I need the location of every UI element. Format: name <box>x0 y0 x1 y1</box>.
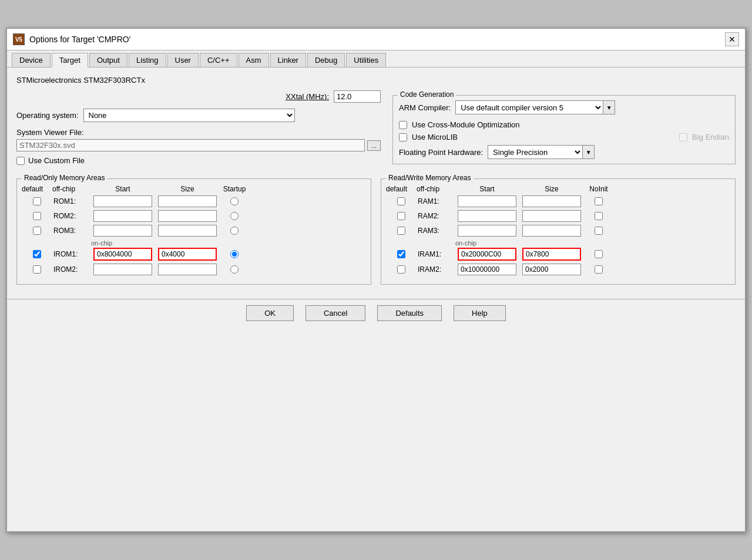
irom2-default-checkbox[interactable] <box>33 265 41 274</box>
rom3-label: ROM3: <box>52 227 90 235</box>
ram-hdr-offchip: off-chip <box>417 185 455 193</box>
defaults-button[interactable]: Defaults <box>377 305 442 321</box>
fp-select-wrapper: Single Precision ▼ <box>488 145 595 159</box>
tab-debug[interactable]: Debug <box>307 53 345 67</box>
xtal-input[interactable] <box>334 90 381 103</box>
rom-hdr-start: Start <box>90 185 155 193</box>
iram1-label: IRAM1: <box>417 250 455 258</box>
big-endian-checkbox[interactable] <box>679 133 687 141</box>
close-button[interactable]: ✕ <box>725 32 739 46</box>
cancel-button[interactable]: Cancel <box>306 305 365 321</box>
xtal-row: XXtal (MHz): <box>16 90 381 103</box>
ram3-start-input[interactable] <box>458 225 516 237</box>
ram3-row: RAM3: <box>386 225 730 237</box>
iram2-default-checkbox[interactable] <box>397 265 405 274</box>
iram2-start-input[interactable] <box>458 264 516 275</box>
rom-box: Read/Only Memory Areas default off-chip … <box>16 178 371 285</box>
title-bar: V5 Options for Target 'CMPRO' ✕ <box>7 29 745 50</box>
big-endian-label: Big Endian <box>692 133 729 141</box>
rom1-size-input[interactable] <box>158 195 217 207</box>
ram1-start-input[interactable] <box>458 195 516 207</box>
ram2-noinit-checkbox[interactable] <box>595 212 603 220</box>
bottom-bar: OK Cancel Defaults Help <box>7 299 745 327</box>
tab-user[interactable]: User <box>167 53 199 67</box>
ram2-size-input[interactable] <box>522 210 581 222</box>
right-column: Code Generation ARM Compiler: Use defaul… <box>392 90 736 170</box>
irom2-size-input[interactable] <box>158 264 217 275</box>
ok-button[interactable]: OK <box>246 305 294 321</box>
tab-device[interactable]: Device <box>12 53 51 67</box>
ram1-size-input[interactable] <box>522 195 581 207</box>
irom2-row: IROM2: <box>22 264 366 275</box>
rom2-start-input[interactable] <box>93 210 152 222</box>
fp-hardware-select[interactable]: Single Precision <box>488 146 582 158</box>
cross-module-label: Use Cross-Module Optimization <box>412 120 520 129</box>
rom3-size-input[interactable] <box>158 225 217 237</box>
svf-browse-button[interactable]: ... <box>367 140 381 151</box>
tab-output[interactable]: Output <box>89 53 127 67</box>
custom-file-label: Use Custom File <box>28 156 85 165</box>
ram3-size-input[interactable] <box>522 225 581 237</box>
ram1-label: RAM1: <box>417 197 455 205</box>
tab-listing[interactable]: Listing <box>129 53 166 67</box>
iram1-noinit-checkbox[interactable] <box>595 250 603 258</box>
ram1-default-checkbox[interactable] <box>397 197 405 205</box>
ram3-default-checkbox[interactable] <box>397 227 405 235</box>
app-icon: V5 <box>13 33 25 45</box>
fp-hardware-dropdown[interactable]: ▼ <box>582 146 594 158</box>
fp-hardware-label: Floating Point Hardware: <box>399 148 483 157</box>
arm-compiler-label: ARM Compiler: <box>399 103 451 112</box>
tab-target[interactable]: Target <box>52 53 88 68</box>
rom-hdr-default: default <box>22 185 52 193</box>
ram-hdr-start: Start <box>455 185 519 193</box>
rom2-size-input[interactable] <box>158 210 217 222</box>
tab-cpp[interactable]: C/C++ <box>200 53 237 67</box>
iram2-size-input[interactable] <box>522 264 581 275</box>
tab-utilities[interactable]: Utilities <box>346 53 386 67</box>
custom-file-checkbox[interactable] <box>16 157 25 165</box>
ram2-start-input[interactable] <box>458 210 516 222</box>
ram-header: default off-chip Start Size NoInit <box>386 185 730 193</box>
iram1-size-input[interactable] <box>522 248 581 261</box>
ram1-noinit-checkbox[interactable] <box>595 197 603 205</box>
ram-box-title: Read/Write Memory Areas <box>386 174 474 182</box>
rom1-startup-radio[interactable] <box>230 197 239 205</box>
tab-asm[interactable]: Asm <box>239 53 269 67</box>
rom2-default-checkbox[interactable] <box>33 212 41 220</box>
custom-file-row: Use Custom File <box>16 156 381 165</box>
help-button[interactable]: Help <box>454 305 506 321</box>
rom3-default-checkbox[interactable] <box>33 227 41 235</box>
cross-module-checkbox[interactable] <box>399 121 407 129</box>
rom1-start-input[interactable] <box>93 195 152 207</box>
irom1-start-input[interactable] <box>93 248 152 261</box>
irom2-startup-radio[interactable] <box>230 265 239 274</box>
irom1-default-checkbox[interactable] <box>33 250 41 258</box>
iram2-noinit-checkbox[interactable] <box>595 265 603 274</box>
ram-hdr-noinit: NoInit <box>584 185 613 193</box>
ram3-noinit-checkbox[interactable] <box>595 227 603 235</box>
rom1-label: ROM1: <box>52 197 90 205</box>
iram1-start-input[interactable] <box>458 248 516 261</box>
irom1-label: IROM1: <box>52 250 90 258</box>
rom1-default-checkbox[interactable] <box>33 197 41 205</box>
tab-linker[interactable]: Linker <box>270 53 306 67</box>
microlib-checkbox[interactable] <box>399 133 407 141</box>
irom1-startup-radio[interactable] <box>230 250 239 258</box>
arm-compiler-row: ARM Compiler: Use default compiler versi… <box>399 100 729 114</box>
rom-hdr-startup: Startup <box>220 185 249 193</box>
arm-compiler-select[interactable]: Use default compiler version 5 <box>456 102 603 114</box>
irom2-start-input[interactable] <box>93 264 152 275</box>
svf-input[interactable] <box>16 139 365 151</box>
arm-compiler-dropdown[interactable]: ▼ <box>603 101 615 114</box>
irom1-size-input[interactable] <box>158 248 217 261</box>
rom3-startup-radio[interactable] <box>230 227 239 235</box>
rom3-start-input[interactable] <box>93 225 152 237</box>
svf-label: System Viewer File: <box>16 128 381 137</box>
iram2-label: IRAM2: <box>417 265 455 274</box>
os-select[interactable]: None <box>84 109 294 122</box>
iram1-default-checkbox[interactable] <box>397 250 405 258</box>
iram1-row: IRAM1: <box>386 248 730 261</box>
ram2-default-checkbox[interactable] <box>397 212 405 220</box>
rom2-startup-radio[interactable] <box>230 212 239 220</box>
ram3-label: RAM3: <box>417 227 455 235</box>
